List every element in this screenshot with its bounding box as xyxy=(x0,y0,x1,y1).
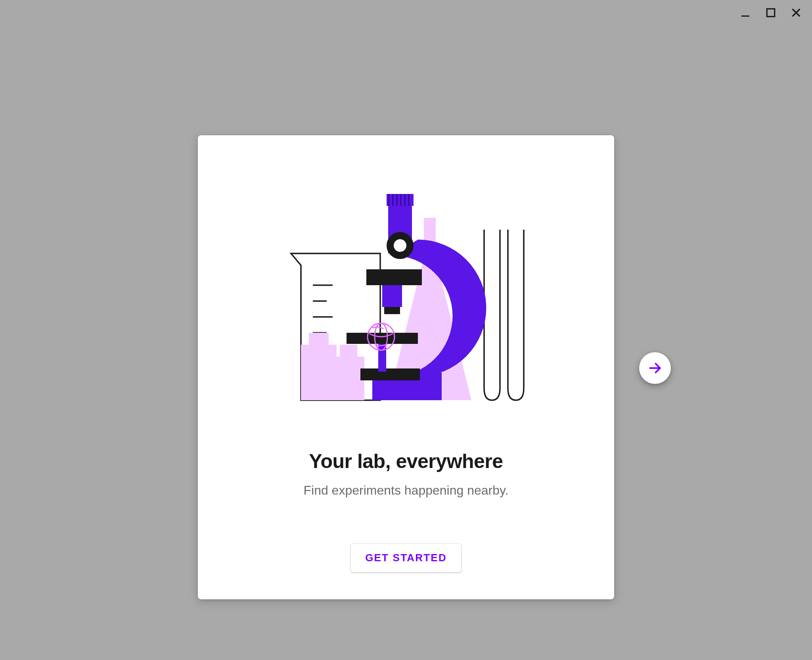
arrow-right-icon xyxy=(647,361,663,376)
content-backdrop: Your lab, everywhere Find experiments ha… xyxy=(0,25,812,660)
maximize-icon xyxy=(766,8,776,18)
svg-rect-11 xyxy=(333,357,364,400)
close-button[interactable] xyxy=(785,2,807,24)
svg-rect-12 xyxy=(340,345,357,359)
onboarding-title: Your lab, everywhere xyxy=(309,450,503,473)
close-icon xyxy=(791,7,802,18)
svg-rect-9 xyxy=(301,345,337,400)
next-button[interactable] xyxy=(639,352,671,384)
svg-rect-0 xyxy=(741,15,749,17)
svg-rect-1 xyxy=(767,9,775,17)
onboarding-card: Your lab, everywhere Find experiments ha… xyxy=(198,135,614,599)
svg-rect-10 xyxy=(309,333,329,347)
onboarding-subtitle: Find experiments happening nearby. xyxy=(303,483,508,498)
maximize-button[interactable] xyxy=(760,2,782,24)
svg-point-29 xyxy=(394,239,406,252)
window-titlebar xyxy=(0,0,812,25)
svg-rect-26 xyxy=(382,285,402,307)
svg-rect-27 xyxy=(384,307,400,314)
minimize-button[interactable] xyxy=(734,2,756,24)
minimize-icon xyxy=(741,8,750,17)
svg-rect-14 xyxy=(360,368,420,380)
microscope-lab-illustration xyxy=(277,178,535,408)
svg-rect-25 xyxy=(366,269,422,285)
svg-rect-15 xyxy=(347,333,418,344)
get-started-button[interactable]: GET STARTED xyxy=(350,543,462,572)
